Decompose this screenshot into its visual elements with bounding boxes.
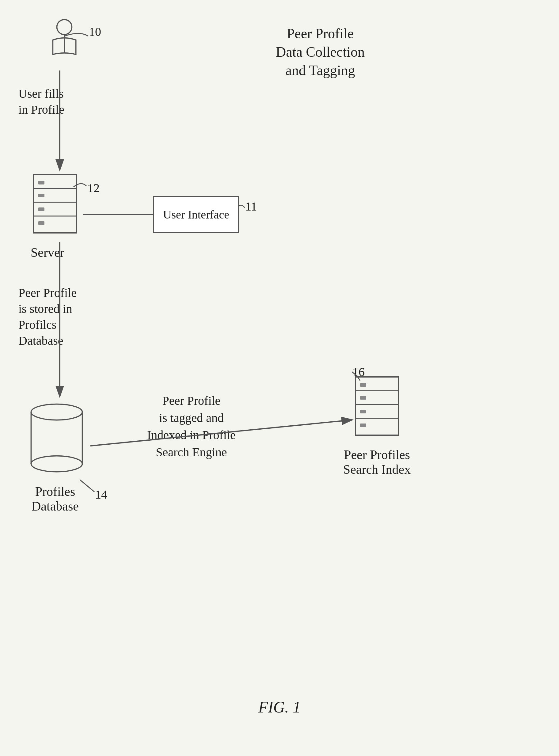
server-box — [31, 171, 83, 240]
search-index-label: Peer ProfilesSearch Index — [325, 448, 429, 477]
ref-label-16: 16 — [353, 365, 365, 379]
ref-label-11: 11 — [245, 199, 257, 213]
peer-profile-tagged-label: Peer Profileis tagged andIndexed in Prof… — [147, 392, 236, 461]
server-label: Server — [31, 245, 64, 260]
user-interface-box: User Interface — [153, 196, 239, 233]
profiles-database-label: ProfilesDatabase — [18, 484, 92, 513]
user-fills-label: User fillsin Profile — [18, 86, 64, 118]
svg-rect-8 — [38, 207, 44, 211]
peer-profile-stored-label: Peer Profileis stored inProfilcsDatabase — [18, 285, 76, 349]
svg-point-13 — [31, 456, 82, 472]
svg-rect-7 — [38, 194, 44, 197]
diagram-title: Peer Profile Data Collection and Tagging — [276, 24, 365, 79]
figure-label: FIG. 1 — [259, 698, 301, 716]
svg-point-0 — [57, 20, 72, 35]
svg-rect-6 — [38, 181, 44, 184]
svg-rect-20 — [360, 410, 366, 413]
ref-label-10: 10 — [89, 24, 101, 39]
svg-rect-18 — [360, 383, 366, 387]
user-figure — [40, 18, 89, 69]
diagram-container: Peer Profile Data Collection and Tagging… — [0, 0, 559, 756]
svg-rect-21 — [360, 423, 366, 427]
svg-rect-9 — [38, 221, 44, 225]
diagram-lines — [0, 0, 559, 756]
ref-label-14: 14 — [95, 487, 107, 502]
search-index-server-icon — [353, 374, 405, 442]
ref-label-12: 12 — [87, 181, 99, 195]
profiles-database-icon — [23, 398, 90, 479]
svg-rect-19 — [360, 396, 366, 399]
svg-point-10 — [31, 404, 82, 420]
